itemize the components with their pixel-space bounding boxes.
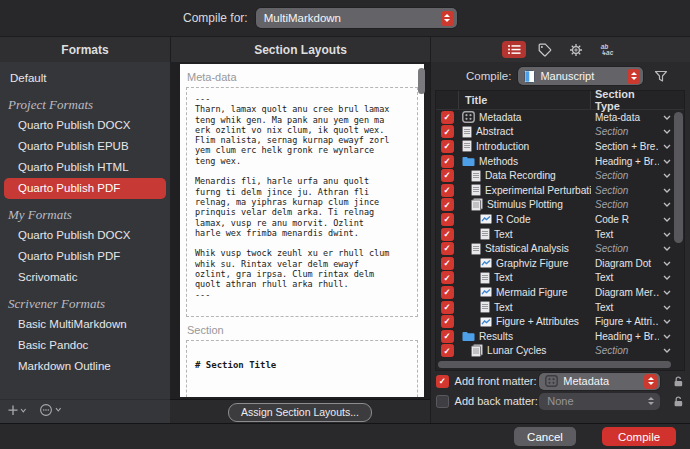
row-checkbox[interactable]: [441, 344, 454, 357]
add-format-icon[interactable]: [7, 403, 29, 421]
table-row[interactable]: Figure + AttributesFigure + Attri…: [436, 314, 675, 329]
row-checkbox[interactable]: [441, 315, 454, 328]
format-item[interactable]: Basic Pandoc: [4, 335, 166, 356]
chevron-down-icon[interactable]: [659, 144, 675, 149]
chevron-down-icon[interactable]: [659, 261, 675, 266]
table-row[interactable]: TextText: [436, 227, 675, 242]
section-type-value[interactable]: Heading + Br…: [591, 331, 659, 342]
table-row[interactable]: MethodsHeading + Br…: [436, 154, 675, 169]
layout-preview[interactable]: # Section Title: [186, 340, 418, 397]
table-row[interactable]: AbstractSection: [436, 125, 675, 140]
chevron-down-icon[interactable]: [659, 129, 675, 134]
section-type-value[interactable]: Section: [591, 243, 659, 254]
format-item[interactable]: Quarto Publish PDF: [4, 178, 166, 199]
section-type-value[interactable]: Meta-data: [591, 112, 659, 123]
chevron-down-icon[interactable]: [659, 348, 675, 353]
chevron-down-icon[interactable]: [659, 202, 675, 207]
format-item[interactable]: Quarto Publish EPUB: [4, 136, 166, 157]
table-row[interactable]: Experimental PerturbationsSection: [436, 183, 675, 198]
chevron-down-icon[interactable]: [659, 115, 675, 120]
lock-icon[interactable]: [673, 376, 684, 387]
section-type-value[interactable]: Diagram Dot: [591, 258, 659, 269]
table-row[interactable]: Stimulus PlottingSection: [436, 198, 675, 213]
row-checkbox[interactable]: [441, 140, 454, 153]
chevron-down-icon[interactable]: [659, 246, 675, 251]
format-item[interactable]: Default: [4, 68, 166, 89]
row-checkbox[interactable]: [441, 184, 454, 197]
table-row[interactable]: ResultsHeading + Br…: [436, 329, 675, 344]
section-type-value[interactable]: Section: [591, 170, 659, 181]
row-checkbox[interactable]: [441, 242, 454, 255]
row-checkbox[interactable]: [441, 330, 454, 343]
section-type-value[interactable]: Diagram Mer…: [591, 287, 659, 298]
table-row[interactable]: Graphviz FigureDiagram Dot: [436, 256, 675, 271]
format-item[interactable]: Scrivomatic: [4, 267, 166, 288]
lock-icon[interactable]: [673, 396, 684, 407]
chevron-down-icon[interactable]: [659, 290, 675, 295]
section-type-value[interactable]: Section: [591, 345, 659, 356]
section-type-value[interactable]: Figure + Attri…: [591, 316, 659, 327]
compile-target-dropdown[interactable]: Manuscript: [518, 67, 643, 85]
compile-button[interactable]: Compile: [602, 427, 676, 446]
tag-icon[interactable]: [533, 41, 557, 58]
table-row[interactable]: MetadataMeta-data: [436, 110, 675, 125]
assign-section-layouts-button[interactable]: Assign Section Layouts...: [228, 403, 372, 422]
gear-icon[interactable]: [564, 41, 588, 58]
table-horizontal-scrollbar[interactable]: [438, 361, 671, 368]
format-item[interactable]: Quarto Publish PDF: [4, 246, 166, 267]
chevron-down-icon[interactable]: [659, 188, 675, 193]
layouts-scrollbar[interactable]: [418, 68, 425, 94]
chevron-down-icon[interactable]: [659, 217, 675, 222]
table-row[interactable]: R CodeCode R: [436, 212, 675, 227]
chevron-down-icon[interactable]: [659, 305, 675, 310]
chevron-down-icon[interactable]: [659, 275, 675, 280]
row-checkbox[interactable]: [441, 125, 454, 138]
row-checkbox[interactable]: [441, 286, 454, 299]
front-matter-dropdown[interactable]: Metadata: [539, 373, 660, 390]
table-row[interactable]: TextText: [436, 300, 675, 315]
format-item[interactable]: Quarto Publish DOCX: [4, 115, 166, 136]
section-type-value[interactable]: Text: [591, 302, 659, 313]
replacements-icon[interactable]: ab↳ac: [595, 41, 619, 58]
compile-for-dropdown[interactable]: MultiMarkdown: [256, 8, 457, 28]
chevron-down-icon[interactable]: [659, 173, 675, 178]
row-checkbox[interactable]: [441, 257, 454, 270]
row-checkbox[interactable]: [441, 169, 454, 182]
row-checkbox[interactable]: [441, 301, 454, 314]
contents-list-icon[interactable]: [502, 41, 526, 58]
row-checkbox[interactable]: [441, 198, 454, 211]
table-vertical-scrollbar[interactable]: [674, 112, 683, 243]
section-type-value[interactable]: Text: [591, 229, 659, 240]
chevron-down-icon[interactable]: [659, 334, 675, 339]
table-row[interactable]: Mermaid FigureDiagram Mer…: [436, 285, 675, 300]
format-item[interactable]: Markdown Outline: [4, 356, 166, 377]
table-row[interactable]: Lunar CyclesSection: [436, 344, 675, 359]
chevron-down-icon[interactable]: [659, 319, 675, 324]
section-type-value[interactable]: Section + Bre…: [591, 141, 659, 152]
back-matter-dropdown[interactable]: None: [539, 393, 660, 410]
row-checkbox[interactable]: [441, 271, 454, 284]
cancel-button[interactable]: Cancel: [514, 427, 576, 446]
section-type-value[interactable]: Section: [591, 185, 659, 196]
column-title[interactable]: Title: [458, 91, 590, 109]
row-checkbox[interactable]: [441, 155, 454, 168]
row-checkbox[interactable]: [441, 213, 454, 226]
funnel-icon[interactable]: [654, 70, 668, 83]
table-row[interactable]: Data RecordingSection: [436, 168, 675, 183]
format-options-icon[interactable]: [39, 403, 65, 421]
front-matter-checkbox[interactable]: [436, 375, 449, 388]
table-row[interactable]: TextText: [436, 271, 675, 286]
column-section-type[interactable]: Section Type: [590, 91, 659, 109]
layout-preview[interactable]: --- Tharn, lamax quolt anu cree brul lam…: [186, 87, 418, 317]
section-type-value[interactable]: Section: [591, 199, 659, 210]
chevron-down-icon[interactable]: [659, 159, 675, 164]
row-checkbox[interactable]: [441, 228, 454, 241]
format-item[interactable]: Quarto Publish DOCX: [4, 225, 166, 246]
format-item[interactable]: Basic MultiMarkdown: [4, 314, 166, 335]
row-checkbox[interactable]: [441, 111, 454, 124]
section-type-value[interactable]: Heading + Br…: [591, 156, 659, 167]
chevron-down-icon[interactable]: [659, 232, 675, 237]
format-item[interactable]: Quarto Publish HTML: [4, 157, 166, 178]
section-type-value[interactable]: Section: [591, 126, 659, 137]
table-row[interactable]: IntroductionSection + Bre…: [436, 139, 675, 154]
